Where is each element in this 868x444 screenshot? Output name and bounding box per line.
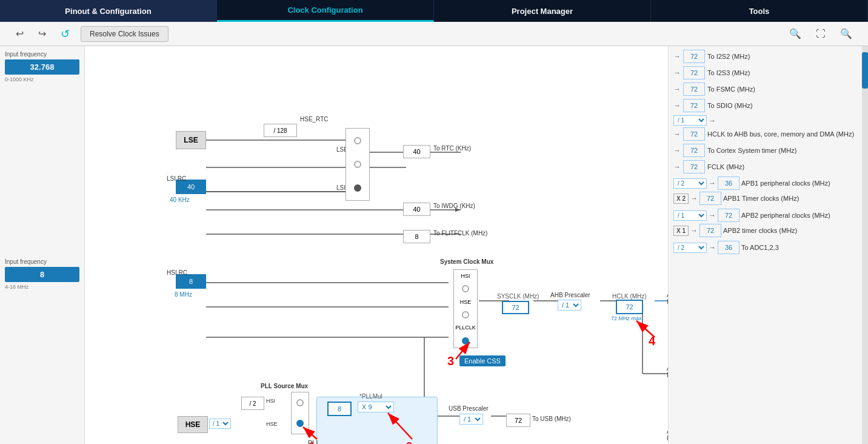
right-row-1: → 72 To I2S3 (MHz) [673,66,857,79]
refresh-button[interactable]: ↺ [57,25,73,43]
hsi-rc-label: HSI RC [167,269,187,276]
annotation-3: 3 [447,354,454,368]
hsi-rc-box: 8 [176,274,206,289]
lse-block: LSE [176,131,206,149]
adc-right-val: 36 [718,241,739,254]
right-label-1: To I2S3 (MHz) [707,69,857,76]
zoom-out-button[interactable]: 🔍 [836,25,856,42]
hse-div128-box: / 128 [264,124,297,137]
tab-tools-label: Tools [749,7,770,16]
ahb-div-select[interactable]: / 1 [558,300,581,311]
input-freq-label2: Input frequency [5,258,79,265]
svg-line-29 [636,321,655,337]
hsi-mux-label: HSI [461,273,470,279]
hsi-rc-unit: 8 MHz [175,291,192,298]
apb1-timer-right-label: APB1 Timer clocks (MHz) [723,195,857,202]
apb2-right-select[interactable]: / 1 [673,210,707,221]
iwdg-label: To IWDG (KHz) [433,203,475,209]
usb-prescaler-label: USB Prescaler [449,405,489,412]
sysclk-unit-label: SYSCLK (MHz) [497,293,539,300]
pll-mul-select[interactable]: X 9 [358,402,394,412]
pll-hse-label: HSE [266,421,278,427]
usb-label: To USB (MHz) [532,415,571,422]
sysclk-mux: HSI HSE PLLCLK [453,269,478,348]
right-row-6: → 72 FCLK (MHz) [673,160,857,173]
right-row-3: → 72 To SDIO (MHz) [673,99,857,112]
tab-tools[interactable]: Tools [651,0,868,22]
sysclk-mux-label: System Clock Mux [440,258,493,265]
adc-prescaler-label: ADC Prescaler [667,428,668,442]
apb1-right-label: APB1 peripheral clocks (MHz) [741,180,857,187]
apb1-timer-right-val: 72 [699,192,721,205]
right-val-3: 72 [683,99,705,112]
annotation-arrows [85,46,668,444]
freq-box2: 8 [5,267,79,282]
apb1-prescaler-label: APB1 Prescaler [667,292,668,305]
zoom-in-button[interactable]: 🔍 [786,25,805,42]
tab-project[interactable]: Project Manager [434,0,651,22]
apb2-timer-right-row: X 1 → 72 APB2 timer clocks (MHz) [673,224,857,237]
tab-clock[interactable]: Clock Configuration [217,0,434,22]
pllmul-label: *PLLMul [359,393,382,400]
right-val-2: 72 [683,82,705,96]
usb-box: 72 [506,414,530,427]
main-content: Input frequency 32.768 0-1000 KHz Input … [0,46,868,444]
right-label-6: FCLK (MHz) [707,163,857,170]
apb2-prescaler-label: APB2 Prescaler [667,365,668,378]
diagram-area: LSE 40 LSI RC 40 KHz / 128 HSE_RTC LSE L… [85,46,668,444]
hclk-max-label: 72 MHz max [611,315,642,321]
rtc-box: 40 [403,145,430,158]
top-nav: Pinout & Configuration Clock Configurati… [0,0,868,22]
hse-mux-label: HSE [460,299,472,305]
pll-input-box: 8 [327,402,352,416]
usb-prescaler-select[interactable]: / 1 [459,414,483,425]
right-row-5: → 72 To Cortex System timer (MHz) [673,144,857,157]
apb1-right-select[interactable]: / 2 [673,178,707,189]
freq-box1: 32.768 [5,59,79,75]
scrollbar-thumb[interactable] [862,52,868,89]
pll-mul-container: X 9 [358,402,394,412]
ahb-right-select[interactable]: / 1 [673,115,707,126]
hclk-box: 72 [616,300,643,314]
hse-div1-select[interactable]: / 1 [209,419,231,429]
pll-hsi-div-box: / 2 [241,397,264,410]
scrollbar-track[interactable] [862,46,868,444]
adc-right-row: / 2 → 36 To ADC1,2,3 [673,241,857,254]
right-val-0: 72 [683,50,705,63]
hse-rtc-label: HSE_RTC [300,116,329,123]
adc-right-select[interactable]: / 2 [673,243,707,253]
tab-clock-label: Clock Configuration [287,5,362,15]
right-row-0: → 72 To I2S2 (MHz) [673,50,857,63]
pll-mux [291,392,309,434]
tab-pinout-label: Pinout & Configuration [65,7,151,16]
hclk-unit-label: HCLK (MHz) [612,293,647,300]
usb-div-container: / 1 [459,414,483,425]
apb1-timer-right-row: X 2 → 72 APB1 Timer clocks (MHz) [673,192,857,205]
undo-button[interactable]: ↩ [12,25,27,42]
hse-div1-container: / 1 [209,419,231,429]
tab-pinout[interactable]: Pinout & Configuration [0,0,217,22]
right-row-4: → 72 HCLK to AHB bus, core, memory and D… [673,127,857,141]
right-label-0: To I2S2 (MHz) [707,53,857,60]
apb2-timer-right-val: 72 [699,224,721,237]
input-freq-label1: Input frequency [5,51,79,58]
redo-button[interactable]: ↪ [35,25,50,42]
freq-range2: 4-16 MHz [5,284,79,290]
adc-right-label: To ADC1,2,3 [741,244,857,251]
iwdg-box: 40 [403,203,430,216]
ahb-prescaler-select[interactable]: / 1 [558,300,581,311]
flitf-box: 8 [403,230,430,243]
resolve-clock-button[interactable]: Resolve Clock Issues [81,26,169,42]
pll-source-label: PLL Source Mux [261,383,308,389]
right-label-3: To SDIO (MHz) [707,102,857,109]
right-panel: → 72 To I2S2 (MHz) → 72 To I2S3 (MHz) → … [668,46,862,444]
ahb-prescaler-label: AHB Prescaler [550,292,590,298]
lsi-rc-unit: 40 KHz [170,197,190,203]
hse-block: HSE [178,416,208,433]
ahb-hclk-right-row: / 1 → [673,115,857,126]
rtc-label: To RTC (KHz) [433,145,471,152]
enable-css-button[interactable]: Enable CSS [459,355,506,366]
expand-button[interactable]: ⛶ [812,26,829,42]
apb2-timer-right-label: APB2 timer clocks (MHz) [723,227,857,234]
apb1-right-row: / 2 → 36 APB1 peripheral clocks (MHz) [673,177,857,190]
